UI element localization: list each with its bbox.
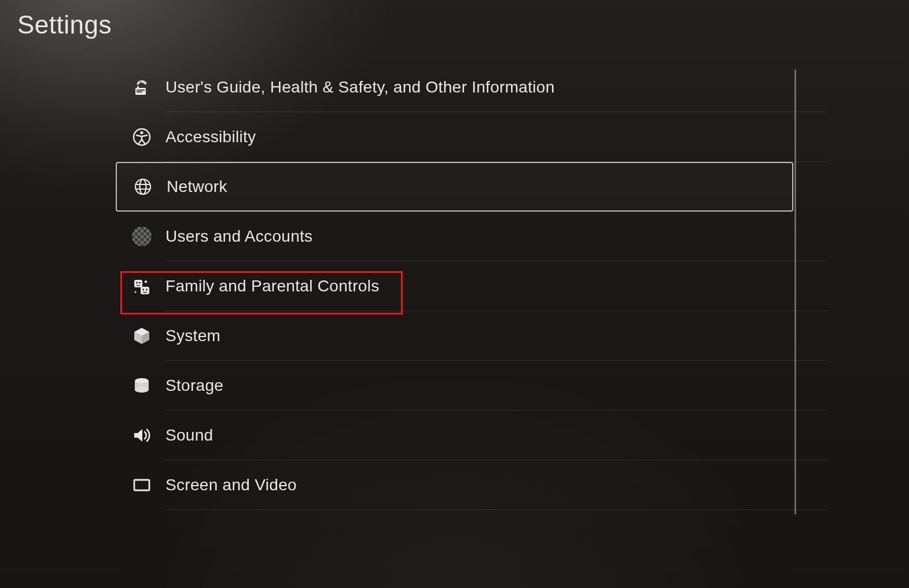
cube-icon	[132, 326, 152, 346]
menu-item-label: Sound	[165, 426, 213, 445]
globe-icon	[133, 177, 153, 197]
menu-item-label: Network	[167, 177, 227, 196]
family-icon	[132, 276, 152, 296]
svg-rect-16	[134, 480, 149, 490]
divider	[164, 509, 828, 510]
settings-screen: Settings User's Guide, Health & Safety, …	[0, 0, 909, 588]
speaker-icon	[132, 426, 152, 445]
svg-point-6	[135, 179, 150, 194]
menu-item-accessibility[interactable]: Accessibility	[116, 112, 793, 162]
svg-point-10	[139, 282, 141, 284]
scrollbar[interactable]	[794, 69, 796, 515]
menu-item-label: Accessibility	[165, 128, 256, 146]
menu-item-storage[interactable]: Storage	[116, 361, 793, 411]
svg-rect-3	[137, 91, 142, 93]
menu-item-label: Storage	[165, 376, 223, 395]
menu-item-label: Screen and Video	[165, 476, 297, 494]
svg-point-9	[136, 282, 138, 284]
menu-item-label: User's Guide, Health & Safety, and Other…	[165, 78, 555, 97]
menu-item-users[interactable]: Users and Accounts	[116, 212, 793, 261]
svg-rect-8	[134, 280, 142, 287]
svg-point-14	[135, 378, 149, 384]
menu-item-guide[interactable]: User's Guide, Health & Safety, and Other…	[116, 62, 793, 112]
avatar-icon	[132, 227, 152, 246]
menu-item-family[interactable]: Family and Parental Controls	[116, 261, 793, 311]
menu-item-sound[interactable]: Sound	[116, 411, 793, 460]
svg-point-15	[135, 387, 149, 393]
svg-rect-11	[141, 287, 149, 294]
menu-item-screen[interactable]: Screen and Video	[116, 460, 793, 510]
svg-point-12	[142, 289, 144, 291]
menu-item-label: Family and Parental Controls	[165, 277, 379, 295]
page-title: Settings	[17, 10, 112, 39]
guide-icon	[132, 77, 152, 97]
accessibility-icon	[132, 127, 152, 147]
screen-icon	[132, 475, 152, 495]
menu-item-label: Users and Accounts	[165, 227, 312, 246]
menu-item-label: System	[165, 327, 220, 345]
menu-item-network[interactable]: Network	[116, 162, 793, 212]
storage-icon	[132, 376, 152, 395]
svg-point-7	[140, 179, 146, 194]
svg-rect-1	[137, 86, 139, 88]
menu-item-system[interactable]: System	[116, 311, 793, 361]
svg-point-13	[146, 289, 148, 291]
svg-rect-2	[137, 90, 145, 91]
settings-menu: User's Guide, Health & Safety, and Other…	[116, 62, 793, 510]
svg-point-5	[140, 131, 143, 134]
